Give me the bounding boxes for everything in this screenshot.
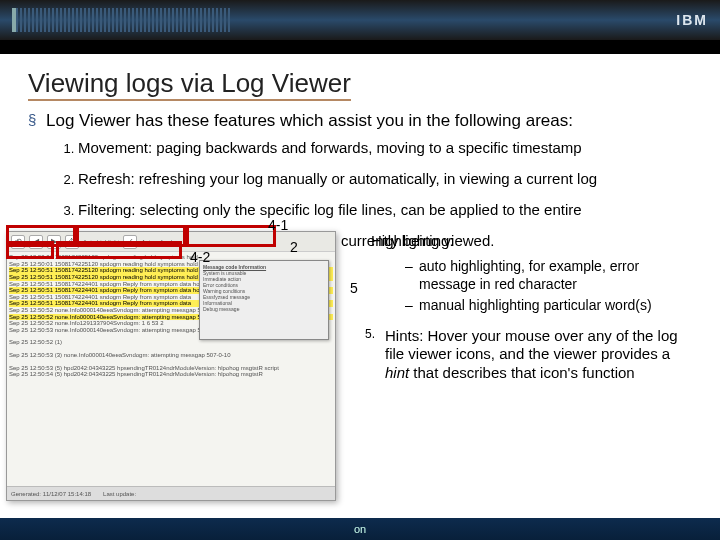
callout-label-5: 5 bbox=[350, 280, 358, 296]
log-footer: Generated: 11/12/07 15:14:18 Last update… bbox=[7, 486, 335, 500]
currently-viewed-text: currently being viewed. bbox=[341, 232, 494, 251]
log-row: Sep 25 12:50:54 (5) hpd2042:04343225 hps… bbox=[9, 371, 333, 378]
feature-item-2: Refresh: refreshing your log manually or… bbox=[78, 170, 692, 189]
slide-title: Viewing logs via Log Viewer bbox=[28, 68, 351, 101]
footer-text: on bbox=[354, 523, 366, 535]
log-viewer-screenshot: ⟲ ◀ ▶ ⏱ Auto highlight ✓ Auto refresh Se… bbox=[6, 231, 336, 501]
hints-text-a: Hints: Hover your mouse over any of the … bbox=[385, 327, 678, 363]
page-footer: on bbox=[0, 518, 720, 540]
hints-text-b: that describes that icon's function bbox=[409, 364, 635, 381]
feature-list: Movement: paging backwards and forwards,… bbox=[28, 139, 692, 219]
slide-content: Viewing logs via Log Viewer Log Viewer h… bbox=[0, 54, 720, 219]
last-update-label: Last update: bbox=[103, 491, 136, 497]
generated-label: Generated: 11/12/07 15:14:18 bbox=[11, 491, 91, 497]
hints-number: 5. bbox=[365, 327, 375, 342]
callout-label-4-1: 4-1 bbox=[268, 217, 288, 233]
log-row: Sep 25 12:50:53 (3) none.Info0000140eeaS… bbox=[9, 352, 333, 359]
highlighting-sublist: auto highlighting, for example, error me… bbox=[405, 258, 694, 315]
popup-line: Debug message bbox=[203, 306, 325, 312]
lead-text: Log Viewer has these features which assi… bbox=[28, 111, 692, 131]
sub-item-auto: auto highlighting, for example, error me… bbox=[405, 258, 694, 293]
message-code-popup: Message code Information System is unusa… bbox=[199, 260, 329, 340]
hints-item: 5. Hints: Hover your mouse over any of t… bbox=[365, 327, 694, 383]
hints-emph: hint bbox=[385, 364, 409, 381]
title-bar: IBM bbox=[0, 0, 720, 40]
sub-item-manual: manual highlighting particular word(s) bbox=[405, 297, 694, 315]
brand-logo: IBM bbox=[676, 12, 708, 28]
callout-rect-4-2 bbox=[56, 241, 182, 259]
callout-rect-2 bbox=[186, 225, 276, 247]
feature-item-1: Movement: paging backwards and forwards,… bbox=[78, 139, 692, 158]
callout-label-4-2: 4-2 bbox=[190, 249, 210, 265]
feature-item-3: Filtering: selecting only the specific l… bbox=[78, 201, 692, 220]
callout-label-2: 2 bbox=[290, 239, 298, 255]
log-row: Sep 25 12:50:52 (1) bbox=[9, 339, 333, 346]
black-strip bbox=[0, 40, 720, 54]
right-column: Highlighting: currently being viewed. au… bbox=[365, 232, 694, 383]
log-row: Sep 25 12:50:53 (5) hpd2042:04343225 hps… bbox=[9, 365, 333, 372]
callout-rect-1 bbox=[6, 241, 54, 259]
title-bar-pattern bbox=[12, 8, 232, 32]
